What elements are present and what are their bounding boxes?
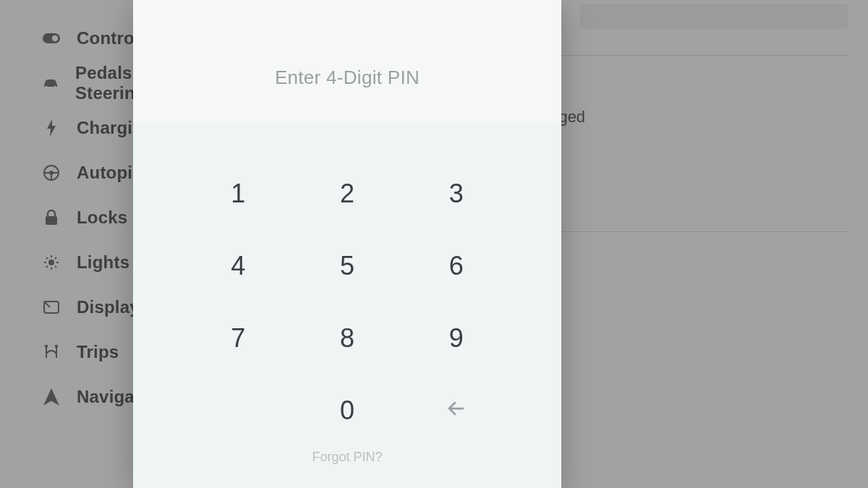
pin-modal-title: Enter 4-Digit PIN — [275, 67, 420, 89]
forgot-pin-link[interactable]: Forgot PIN? — [184, 450, 511, 465]
keypad-7[interactable]: 7 — [184, 302, 293, 374]
keypad-3[interactable]: 3 — [401, 158, 511, 230]
pin-entry-modal: Enter 4-Digit PIN 1 2 3 4 5 6 7 8 9 0 Fo… — [133, 0, 561, 488]
keypad-0[interactable]: 0 — [293, 374, 402, 447]
keypad-9[interactable]: 9 — [401, 302, 511, 374]
keypad-1[interactable]: 1 — [184, 158, 293, 230]
arrow-left-icon — [446, 395, 467, 426]
pin-modal-header: Enter 4-Digit PIN — [133, 0, 561, 123]
keypad-blank — [184, 374, 293, 447]
pin-keypad: 1 2 3 4 5 6 7 8 9 0 Forgot PIN? — [133, 123, 561, 488]
keypad-backspace[interactable] — [401, 374, 511, 447]
keypad-6[interactable]: 6 — [401, 230, 511, 302]
keypad-5[interactable]: 5 — [293, 230, 402, 302]
keypad-8[interactable]: 8 — [293, 302, 402, 374]
keypad-2[interactable]: 2 — [293, 158, 402, 230]
keypad-4[interactable]: 4 — [184, 230, 293, 302]
